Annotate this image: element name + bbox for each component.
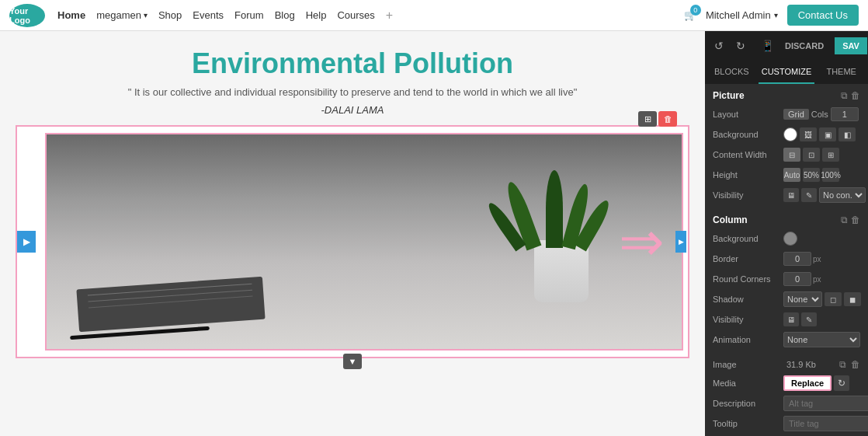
round-input[interactable] bbox=[783, 272, 811, 286]
round-corners-label: Round Corners bbox=[713, 274, 779, 284]
column-delete-button[interactable]: 🗑 bbox=[851, 215, 860, 225]
cw-boxed-btn[interactable]: ⊞ bbox=[822, 148, 839, 162]
tab-theme[interactable]: THEME bbox=[814, 61, 868, 84]
logo[interactable]: Your Logo bbox=[9, 4, 45, 27]
nav-home[interactable]: Home bbox=[57, 9, 85, 21]
delete-block-button[interactable]: 🗑 bbox=[658, 111, 677, 127]
discard-button[interactable]: DISCARD bbox=[780, 38, 828, 54]
picture-copy-button[interactable]: ⧉ bbox=[841, 90, 848, 101]
page-title: Environmental Pollution bbox=[192, 47, 513, 80]
image-placeholder[interactable] bbox=[45, 133, 683, 351]
tab-blocks[interactable]: BLOCKS bbox=[705, 61, 759, 84]
shadow-control: None ◻ ◼ bbox=[783, 291, 861, 307]
height-auto-btn[interactable]: Auto bbox=[783, 168, 800, 182]
col-visibility-row: Visibility 🖥 ✎ bbox=[705, 309, 868, 330]
image-block-outer: ▶ bbox=[16, 125, 689, 358]
nav-blog[interactable]: Blog bbox=[275, 9, 295, 21]
nav-forum[interactable]: Forum bbox=[234, 9, 264, 21]
image-label: Image bbox=[713, 360, 779, 369]
redo-button[interactable]: ↻ bbox=[733, 38, 748, 54]
media-label: Media bbox=[713, 378, 779, 388]
border-unit: px bbox=[813, 255, 821, 263]
admin-menu[interactable]: Mitchell Admin bbox=[706, 9, 778, 21]
image-delete-btn[interactable]: 🗑 bbox=[851, 359, 860, 370]
bg-video-btn[interactable]: ▣ bbox=[819, 127, 836, 141]
col-background-label: Background bbox=[713, 234, 779, 243]
description-input[interactable] bbox=[783, 396, 868, 411]
tooltip-label: Tooltip bbox=[713, 419, 779, 428]
height-label: Height bbox=[713, 170, 779, 180]
visibility-mobile-btn[interactable]: ✎ bbox=[801, 188, 817, 202]
nav-right: 🛒 0 Mitchell Admin Contact Us bbox=[684, 5, 859, 26]
cart-button[interactable]: 🛒 0 bbox=[684, 9, 696, 21]
image-size: 31.9 Kb bbox=[786, 360, 816, 369]
col-background-control bbox=[783, 232, 860, 246]
bg-gradient-btn[interactable]: ◧ bbox=[838, 127, 856, 141]
description-label: Description bbox=[713, 399, 779, 408]
shadow-label: Shadow bbox=[713, 295, 779, 304]
visibility-desktop-btn[interactable]: 🖥 bbox=[783, 188, 799, 202]
bg-image-btn[interactable]: 🖼 bbox=[800, 127, 817, 141]
tab-customize[interactable]: CUSTOMIZE bbox=[759, 61, 815, 84]
animation-control: None bbox=[783, 332, 860, 347]
photo-leaves bbox=[503, 170, 620, 248]
col-background-swatch[interactable] bbox=[783, 232, 797, 246]
nav-events[interactable]: Events bbox=[193, 9, 224, 21]
nav-megamen[interactable]: megamen bbox=[96, 9, 148, 21]
image-copy-btn[interactable]: ⧉ bbox=[839, 359, 846, 370]
round-corners-control: px bbox=[783, 272, 860, 286]
height-50-btn[interactable]: 50% bbox=[803, 168, 820, 182]
media-control: Replace ↻ bbox=[783, 375, 860, 391]
background-control: 🖼 ▣ ◧ bbox=[783, 127, 860, 141]
right-nav-arrow[interactable]: ▶ bbox=[675, 231, 686, 253]
refresh-media-btn[interactable]: ↻ bbox=[834, 375, 849, 391]
down-arrow-button[interactable]: ▼ bbox=[343, 354, 362, 369]
add-nav-icon[interactable]: + bbox=[386, 9, 393, 23]
animation-select[interactable]: None bbox=[783, 332, 860, 347]
visibility-label: Visibility bbox=[713, 190, 779, 200]
left-nav-arrow[interactable]: ▶ bbox=[17, 231, 36, 253]
border-input[interactable] bbox=[783, 252, 811, 266]
picture-delete-button[interactable]: 🗑 bbox=[851, 90, 860, 101]
cw-fixed-btn[interactable]: ⊟ bbox=[783, 148, 800, 162]
nav-shop[interactable]: Shop bbox=[158, 9, 182, 21]
shadow-dark-btn[interactable]: ◼ bbox=[844, 292, 861, 306]
replace-button[interactable]: Replace bbox=[783, 375, 832, 391]
col-vis-desktop-btn[interactable]: 🖥 bbox=[783, 312, 799, 326]
mobile-view-button[interactable]: 📱 bbox=[761, 40, 774, 52]
cols-input[interactable] bbox=[831, 107, 859, 121]
col-vis-mobile-btn[interactable]: ✎ bbox=[801, 312, 817, 326]
layout-control: Grid Cols bbox=[783, 107, 860, 121]
height-100-btn[interactable]: 100% bbox=[822, 168, 839, 182]
col-visibility-label: Visibility bbox=[713, 315, 779, 324]
nav-help[interactable]: Help bbox=[306, 9, 327, 21]
undo-button[interactable]: ↺ bbox=[711, 38, 727, 54]
contact-button[interactable]: Contact Us bbox=[787, 5, 859, 26]
column-copy-button[interactable]: ⧉ bbox=[841, 215, 848, 225]
navbar: Your Logo Home megamen Shop Events Forum… bbox=[0, 0, 868, 31]
page-content: Environmental Pollution " It is our coll… bbox=[0, 31, 705, 436]
cw-full-btn[interactable]: ⊡ bbox=[803, 148, 820, 162]
grid-view-button[interactable]: ⊞ bbox=[638, 111, 657, 127]
background-row: Background 🖼 ▣ ◧ bbox=[705, 124, 868, 145]
visibility-row: Visibility 🖥 ✎ No con... bbox=[705, 185, 868, 205]
layout-label: Layout bbox=[713, 110, 779, 119]
photo-pot bbox=[534, 240, 589, 302]
layout-grid-btn[interactable]: Grid bbox=[783, 109, 809, 120]
visibility-select[interactable]: No con... bbox=[819, 187, 866, 203]
shadow-select[interactable]: None bbox=[783, 291, 822, 307]
shadow-light-btn[interactable]: ◻ bbox=[825, 292, 842, 306]
canvas-wrapper: Environmental Pollution " It is our coll… bbox=[0, 31, 705, 436]
background-color-swatch[interactable] bbox=[783, 127, 797, 141]
nav-courses[interactable]: Courses bbox=[337, 9, 374, 21]
image-block-toolbar: ⊞ 🗑 bbox=[638, 111, 677, 127]
content-width-control: ⊟ ⊡ ⊞ bbox=[783, 148, 860, 162]
cols-label: Cols bbox=[811, 110, 828, 119]
tooltip-input[interactable] bbox=[783, 416, 868, 431]
shadow-row: Shadow None ◻ ◼ bbox=[705, 289, 868, 309]
border-input-group: px bbox=[783, 252, 821, 266]
column-section-header: Column ⧉ 🗑 bbox=[705, 208, 868, 228]
tooltip-row: Tooltip bbox=[705, 413, 868, 434]
border-control: px bbox=[783, 252, 860, 266]
save-button[interactable]: SAV bbox=[835, 37, 867, 54]
